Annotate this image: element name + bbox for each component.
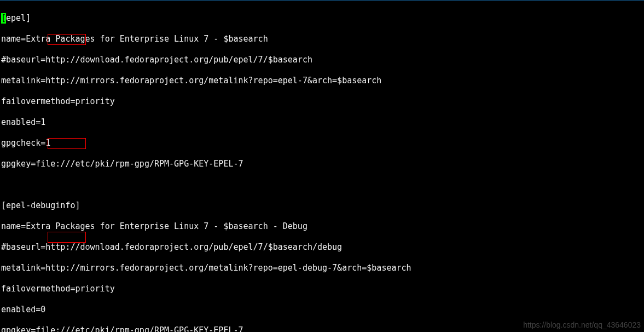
line-14: enabled=0 <box>1 305 643 315</box>
cursor: [ <box>1 13 6 24</box>
line-5: enabled=1 <box>1 117 643 128</box>
line-0: [epel] <box>1 13 643 24</box>
line-3b-http: http:// <box>45 76 80 85</box>
line-0-rest: epel] <box>6 13 31 23</box>
line-6: gpgcheck=1 <box>1 138 643 148</box>
line-3c: mirrors.fedoraproject.org/metalink?repo=… <box>80 76 382 85</box>
line-12b-http: http:// <box>45 263 80 273</box>
line-9: [epel-debuginfo] <box>1 201 643 211</box>
line-3: metalink=http://mirrors.fedoraproject.or… <box>1 76 643 86</box>
line-7: gpgkey=file:///etc/pki/rpm-gpg/RPM-GPG-K… <box>1 159 643 169</box>
line-12c: mirrors.fedoraproject.org/metalink?repo=… <box>80 263 411 273</box>
line-12: metalink=http://mirrors.fedoraproject.or… <box>1 263 643 273</box>
terminal-editor[interactable]: [epel] name=Extra Packages for Enterpris… <box>0 0 644 332</box>
line-10: name=Extra Packages for Enterprise Linux… <box>1 221 643 232</box>
line-13: failovermethod=priority <box>1 284 643 294</box>
line-15: gpgkey=file:///etc/pki/rpm-gpg/RPM-GPG-K… <box>1 325 643 332</box>
line-2: #baseurl=http://download.fedoraproject.o… <box>1 55 643 65</box>
line-3a: metalink= <box>1 76 45 85</box>
line-12a: metalink= <box>1 263 45 273</box>
line-8 <box>1 180 643 190</box>
line-4: failovermethod=priority <box>1 96 643 107</box>
line-11: #baseurl=http://download.fedoraproject.o… <box>1 242 643 253</box>
highlight-box <box>48 232 86 243</box>
line-1: name=Extra Packages for Enterprise Linux… <box>1 34 643 44</box>
